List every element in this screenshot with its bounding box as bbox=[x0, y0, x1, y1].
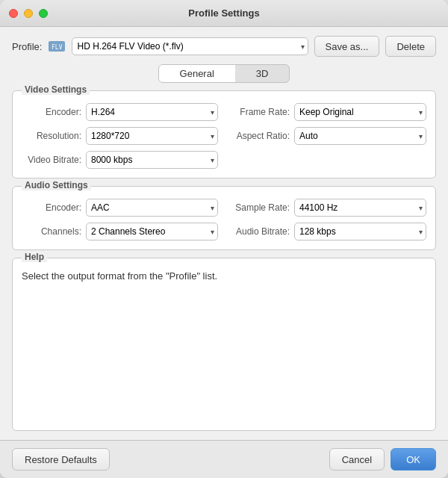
svg-text:FLV: FLV bbox=[52, 44, 63, 51]
window-title: Profile Settings bbox=[188, 7, 259, 19]
video-encoder-select[interactable]: H.264 H.265 MPEG-4 bbox=[86, 103, 218, 121]
resolution-select-wrapper[interactable]: 1280*720 1920*1080 640*480 bbox=[86, 127, 218, 145]
resolution-field-row: Resolution: 1280*720 1920*1080 640*480 bbox=[22, 127, 218, 145]
frame-rate-field-row: Frame Rate: Keep Original 24 fps 25 fps … bbox=[230, 103, 426, 121]
restore-defaults-button[interactable]: Restore Defaults bbox=[12, 448, 110, 471]
aspect-ratio-select-wrapper[interactable]: Auto 4:3 16:9 bbox=[294, 127, 426, 145]
video-bitrate-label: Video Bitrate: bbox=[22, 155, 81, 165]
sample-rate-label: Sample Rate: bbox=[230, 202, 290, 213]
sample-rate-select-wrapper[interactable]: 44100 Hz 22050 Hz 11025 Hz bbox=[294, 199, 426, 217]
channels-label: Channels: bbox=[22, 226, 81, 237]
bottom-right-buttons: Cancel OK bbox=[329, 448, 436, 471]
encoder-field-row: Encoder: H.264 H.265 MPEG-4 bbox=[22, 103, 218, 121]
video-bitrate-select[interactable]: 8000 kbps 4000 kbps 2000 kbps bbox=[86, 151, 218, 169]
video-settings-title: Video Settings bbox=[22, 84, 90, 95]
profile-select-wrapper[interactable]: HD H.264 FLV Video (*.flv) bbox=[72, 37, 308, 55]
channels-select[interactable]: 2 Channels Stereo 1 Channel Mono bbox=[86, 223, 218, 240]
aspect-ratio-field-row: Aspect Ratio: Auto 4:3 16:9 bbox=[230, 127, 426, 145]
frame-rate-select-wrapper[interactable]: Keep Original 24 fps 25 fps 30 fps bbox=[294, 103, 426, 121]
resolution-label: Resolution: bbox=[22, 131, 81, 141]
tab-general[interactable]: General bbox=[159, 65, 235, 82]
profile-select[interactable]: HD H.264 FLV Video (*.flv) bbox=[72, 37, 308, 55]
audio-bitrate-select-wrapper[interactable]: 128 kbps 64 kbps 32 kbps bbox=[294, 223, 426, 240]
frame-rate-label: Frame Rate: bbox=[230, 107, 290, 117]
close-button[interactable] bbox=[9, 9, 18, 18]
aspect-ratio-select[interactable]: Auto 4:3 16:9 bbox=[294, 127, 426, 145]
video-bitrate-select-wrapper[interactable]: 8000 kbps 4000 kbps 2000 kbps bbox=[86, 151, 218, 169]
profile-label: Profile: bbox=[12, 41, 42, 52]
cancel-button[interactable]: Cancel bbox=[329, 448, 385, 471]
channels-select-wrapper[interactable]: 2 Channels Stereo 1 Channel Mono bbox=[86, 223, 218, 240]
audio-bitrate-label: Audio Bitrate: bbox=[230, 226, 290, 237]
video-fields-grid: Encoder: H.264 H.265 MPEG-4 Frame Rate: bbox=[22, 103, 426, 169]
help-section: Help Select the output format from the "… bbox=[12, 258, 436, 431]
window-controls bbox=[9, 9, 48, 18]
frame-rate-select[interactable]: Keep Original 24 fps 25 fps 30 fps bbox=[294, 103, 426, 121]
audio-settings-title: Audio Settings bbox=[22, 180, 91, 190]
channels-field-row: Channels: 2 Channels Stereo 1 Channel Mo… bbox=[22, 223, 218, 240]
audio-encoder-select[interactable]: AAC MP3 AC3 bbox=[86, 199, 218, 217]
video-bitrate-field-row: Video Bitrate: 8000 kbps 4000 kbps 2000 … bbox=[22, 151, 218, 169]
tabs-row: General 3D bbox=[12, 64, 436, 83]
audio-fields-grid: Encoder: AAC MP3 AC3 Sample Rate: bbox=[22, 199, 426, 240]
maximize-button[interactable] bbox=[39, 9, 48, 18]
tab-3d[interactable]: 3D bbox=[235, 65, 290, 82]
audio-bitrate-select[interactable]: 128 kbps 64 kbps 32 kbps bbox=[294, 223, 426, 240]
delete-button[interactable]: Delete bbox=[385, 36, 436, 57]
audio-bitrate-field-row: Audio Bitrate: 128 kbps 64 kbps 32 kbps bbox=[230, 223, 426, 240]
encoder-label: Encoder: bbox=[22, 107, 81, 117]
aspect-ratio-label: Aspect Ratio: bbox=[230, 131, 290, 141]
help-title: Help bbox=[22, 252, 47, 262]
sample-rate-select[interactable]: 44100 Hz 22050 Hz 11025 Hz bbox=[294, 199, 426, 217]
main-content: Profile: FLV HD H.264 FLV Video (*.flv) … bbox=[0, 27, 448, 440]
resolution-select[interactable]: 1280*720 1920*1080 640*480 bbox=[86, 127, 218, 145]
encoder-select-wrapper[interactable]: H.264 H.265 MPEG-4 bbox=[86, 103, 218, 121]
profile-format-icon: FLV bbox=[48, 37, 66, 55]
bottom-bar: Restore Defaults Cancel OK bbox=[0, 440, 448, 478]
help-text: Select the output format from the "Profi… bbox=[22, 270, 426, 282]
profile-row: Profile: FLV HD H.264 FLV Video (*.flv) … bbox=[12, 36, 436, 57]
save-as-button[interactable]: Save as... bbox=[314, 36, 380, 57]
audio-settings-section: Audio Settings Encoder: AAC MP3 AC3 bbox=[12, 186, 436, 250]
audio-encoder-label: Encoder: bbox=[22, 202, 81, 213]
window: Profile Settings Profile: FLV HD H.264 F… bbox=[0, 0, 448, 478]
titlebar: Profile Settings bbox=[0, 0, 448, 27]
sample-rate-field-row: Sample Rate: 44100 Hz 22050 Hz 11025 Hz bbox=[230, 199, 426, 217]
ok-button[interactable]: OK bbox=[391, 448, 436, 471]
video-settings-section: Video Settings Encoder: H.264 H.265 MPEG… bbox=[12, 90, 436, 179]
minimize-button[interactable] bbox=[24, 9, 33, 18]
tab-group: General 3D bbox=[158, 64, 290, 83]
audio-encoder-select-wrapper[interactable]: AAC MP3 AC3 bbox=[86, 199, 218, 217]
audio-encoder-field-row: Encoder: AAC MP3 AC3 bbox=[22, 199, 218, 217]
